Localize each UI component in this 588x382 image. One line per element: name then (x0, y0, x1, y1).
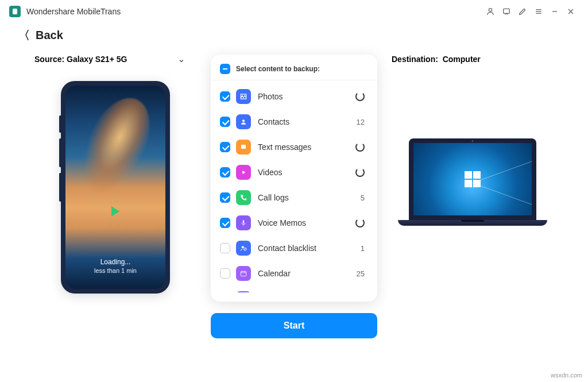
loading-spinner-icon (355, 218, 365, 227)
item-checkbox[interactable] (220, 117, 230, 127)
svg-rect-17 (241, 272, 246, 276)
edit-icon[interactable] (514, 3, 531, 20)
chevron-left-icon: 〈 (18, 28, 30, 43)
photos-icon (236, 89, 251, 104)
play-icon (111, 206, 119, 217)
content-item-calllogs: Call logs5 (211, 185, 377, 210)
item-count: 5 (361, 194, 365, 202)
svg-rect-12 (242, 147, 245, 148)
feedback-icon[interactable] (498, 3, 514, 20)
destination-label: Destination: (392, 55, 438, 64)
watermark: wsxdn.com (551, 372, 582, 379)
item-count: 25 (357, 269, 365, 278)
item-checkbox[interactable] (220, 243, 230, 253)
content-item-calendar: Calendar25 (211, 261, 377, 286)
item-label: Calendar (258, 269, 357, 278)
destination-device: Computer (443, 55, 481, 64)
user-icon[interactable] (482, 3, 498, 20)
item-label: Contact blacklist (258, 244, 361, 253)
back-button[interactable]: 〈 Back (0, 23, 588, 55)
voice-icon (236, 215, 251, 230)
source-column: Source: Galaxy S21+ 5G ⌄ Loading... less… (23, 55, 208, 294)
item-count: 12 (357, 118, 365, 126)
calendar-icon (236, 266, 251, 281)
source-device-image: Loading... less than 1 min (61, 81, 170, 294)
svg-point-8 (242, 95, 243, 96)
item-label: Photos (258, 92, 355, 101)
content-item-voice: Voice Memos (211, 210, 377, 236)
destination-header: Destination: Computer (380, 55, 565, 81)
svg-point-9 (242, 119, 245, 122)
item-checkbox[interactable] (220, 142, 230, 152)
calllogs-icon (236, 190, 251, 205)
content-item-text: Text messages (211, 134, 377, 160)
close-button[interactable] (563, 3, 579, 20)
item-checkbox[interactable] (220, 167, 230, 178)
blacklist-icon (236, 241, 251, 256)
content-list[interactable]: PhotosContacts12Text messagesVideosCall … (211, 80, 377, 292)
destination-column: Destination: Computer (380, 55, 565, 226)
item-label: Contacts (258, 117, 357, 126)
svg-rect-13 (243, 220, 244, 223)
item-count: 1 (361, 244, 365, 253)
app-logo (9, 6, 21, 17)
apps-icon (236, 291, 251, 292)
source-selector[interactable]: Source: Galaxy S21+ 5G ⌄ (23, 55, 208, 81)
contacts-icon (236, 114, 251, 129)
content-item-videos: Videos (211, 160, 377, 185)
back-label: Back (36, 29, 63, 42)
content-item-blacklist: Contact blacklist1 (211, 236, 377, 261)
loading-spinner-icon (355, 142, 365, 152)
text-icon (236, 140, 251, 155)
videos-icon (236, 165, 251, 180)
loading-spinner-icon (355, 92, 365, 101)
card-header: Select content to backup: (236, 65, 320, 73)
content-item-contacts: Contacts12 (211, 109, 377, 134)
source-label: Source: (34, 55, 64, 64)
chevron-down-icon: ⌄ (178, 55, 185, 64)
windows-logo-icon (465, 171, 481, 187)
svg-rect-11 (242, 146, 245, 146)
item-checkbox[interactable] (220, 91, 230, 102)
menu-icon[interactable] (531, 3, 547, 20)
svg-rect-1 (504, 9, 510, 13)
svg-point-14 (242, 246, 244, 248)
svg-rect-10 (241, 145, 246, 149)
content-column: Select content to backup: PhotosContacts… (208, 55, 380, 338)
item-checkbox[interactable] (220, 192, 230, 203)
destination-device-image (398, 138, 547, 226)
svg-line-16 (244, 248, 246, 250)
app-title: Wondershare MobileTrans (26, 7, 121, 16)
select-all-checkbox[interactable] (220, 64, 230, 74)
svg-point-0 (489, 9, 492, 11)
loading-status: Loading... less than 1 min (65, 258, 165, 274)
start-button[interactable]: Start (211, 313, 377, 338)
minimize-button[interactable] (547, 3, 563, 20)
item-checkbox[interactable] (220, 268, 230, 279)
item-label: Videos (258, 168, 355, 177)
source-device: Galaxy S21+ 5G (67, 55, 127, 64)
titlebar: Wondershare MobileTrans (0, 0, 588, 23)
item-checkbox[interactable] (220, 218, 230, 228)
content-item-photos: Photos (211, 84, 377, 109)
content-card: Select content to backup: PhotosContacts… (211, 55, 377, 302)
item-label: Voice Memos (258, 218, 355, 227)
content-item-apps: Apps (211, 286, 377, 292)
item-label: Call logs (258, 193, 361, 202)
loading-spinner-icon (355, 168, 365, 177)
item-label: Text messages (258, 142, 355, 152)
